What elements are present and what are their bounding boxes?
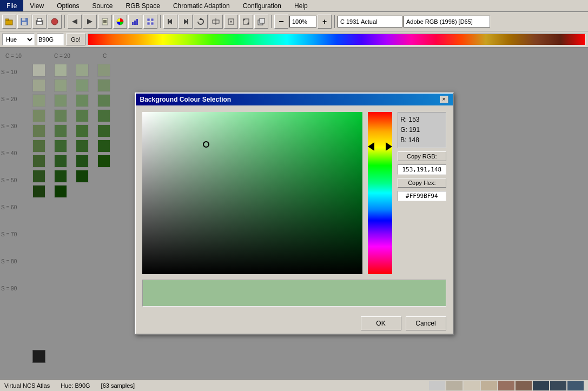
g-value: G: 191 [400, 125, 443, 135]
menu-configuration[interactable]: Configuration [236, 0, 288, 11]
chart-icon [131, 18, 139, 25]
print-button[interactable] [32, 15, 47, 29]
refresh-button[interactable] [194, 15, 208, 29]
status-swatch-6[interactable] [516, 381, 532, 390]
status-swatches [429, 381, 584, 390]
resize-button[interactable] [209, 15, 223, 29]
arrow-right-icon [386, 142, 392, 151]
ok-button[interactable]: OK [361, 316, 401, 330]
r-value: R: 153 [400, 115, 443, 125]
grid-button[interactable] [143, 15, 157, 29]
separator-3 [271, 15, 272, 28]
color-picker-row: R: 153 G: 191 B: 148 Copy RGB: 153,191,1… [142, 112, 446, 274]
rainbow-strip[interactable] [368, 112, 393, 274]
export-button[interactable] [48, 15, 62, 29]
color-gradient[interactable] [142, 112, 362, 274]
color-mode-dropdown[interactable]: C 1931 Actual [338, 16, 402, 28]
status-swatch-2[interactable] [446, 381, 463, 390]
status-swatch-7[interactable] [533, 381, 549, 390]
chart-button[interactable] [128, 15, 142, 29]
menu-view[interactable]: View [23, 0, 50, 11]
fit-button[interactable] [224, 15, 238, 29]
menu-help[interactable]: Help [288, 0, 314, 11]
svg-rect-7 [37, 22, 42, 24]
hue-label: Hue: B90G [61, 382, 90, 389]
cancel-button[interactable]: Cancel [406, 316, 446, 330]
nav-back-button[interactable] [68, 15, 82, 29]
status-swatch-9[interactable] [567, 381, 584, 390]
fullscreen-icon [242, 18, 250, 25]
save-button[interactable] [17, 15, 31, 29]
copy-rgb-button[interactable]: Copy RGB: [398, 151, 446, 161]
rgb-value-display: 153,191,148 [398, 164, 446, 175]
rainbow-arrow [368, 142, 393, 151]
print-icon [36, 18, 43, 25]
hue-value-input[interactable] [37, 34, 64, 45]
atlas-label: Virtual NCS Atlas [4, 382, 50, 389]
rgb-values: R: 153 G: 191 B: 148 [398, 112, 446, 149]
next-button[interactable] [179, 15, 193, 29]
info-button[interactable] [98, 15, 112, 29]
menu-source[interactable]: Source [86, 0, 120, 11]
svg-rect-19 [147, 18, 150, 21]
secondary-toolbar: Hue Go! [0, 31, 588, 48]
svg-marker-9 [72, 19, 77, 24]
nav-forward-button[interactable] [83, 15, 97, 29]
gradient-cursor [203, 141, 209, 148]
menu-rgb-space[interactable]: RGB Space [120, 0, 167, 11]
zoom-level-display: 100% [289, 16, 316, 28]
zoom-in-button[interactable]: + [318, 15, 332, 29]
go-button[interactable]: Go! [66, 34, 85, 45]
svg-marker-25 [184, 19, 188, 24]
samples-label: [63 samples] [101, 382, 135, 389]
info-icon [101, 18, 109, 25]
svg-rect-16 [132, 22, 134, 25]
status-swatch-4[interactable] [481, 381, 497, 390]
dialog-close-button[interactable]: × [440, 96, 448, 103]
save-icon [21, 18, 28, 25]
svg-rect-37 [260, 18, 265, 23]
svg-rect-1 [5, 19, 9, 21]
status-swatch-5[interactable] [498, 381, 514, 390]
copy-button[interactable] [254, 15, 268, 29]
grid-icon [147, 18, 154, 25]
folder-icon [5, 18, 13, 25]
copy-icon [257, 18, 265, 25]
status-swatch-8[interactable] [550, 381, 566, 390]
zoom-out-button[interactable]: − [274, 15, 288, 29]
separator-4 [334, 15, 335, 28]
color-preview [142, 280, 446, 307]
separator-2 [160, 15, 161, 28]
menu-options[interactable]: Options [50, 0, 85, 11]
menu-chromatic[interactable]: Chromatic Adaption [167, 0, 236, 11]
svg-marker-34 [243, 19, 246, 21]
menu-file[interactable]: File [0, 0, 23, 11]
color-wheel-icon [116, 18, 124, 25]
separator-1 [64, 15, 65, 28]
open-button[interactable] [2, 15, 16, 29]
next-icon [182, 18, 189, 25]
svg-rect-4 [22, 22, 27, 25]
svg-rect-22 [151, 22, 154, 25]
menu-bar: File View Options Source RGB Space Chrom… [0, 0, 588, 12]
color-space-dropdown[interactable]: Adobe RGB (1998) [D65] [404, 16, 490, 28]
svg-rect-20 [151, 18, 154, 21]
dialog-titlebar: Background Colour Selection × [136, 94, 453, 105]
refresh-icon [197, 18, 204, 25]
fullscreen-button[interactable] [239, 15, 253, 29]
svg-point-8 [51, 18, 58, 25]
color-wheel-button[interactable] [113, 15, 127, 29]
status-bar: Virtual NCS Atlas Hue: B90G [63 samples] [0, 379, 588, 391]
prev-icon [167, 18, 174, 25]
copy-hex-button[interactable]: Copy Hex: [398, 178, 446, 188]
hue-type-select[interactable]: Hue [2, 34, 35, 45]
prev-button[interactable] [163, 15, 177, 29]
status-swatch-3[interactable] [464, 381, 480, 390]
svg-rect-21 [147, 22, 150, 25]
hex-value-display: #FF99BF94 [398, 191, 446, 201]
dialog-buttons: OK Cancel [136, 313, 453, 334]
arrow-left-icon [71, 18, 78, 25]
status-swatch-1[interactable] [429, 381, 445, 390]
color-selection-dialog: Background Colour Selection × [135, 92, 454, 335]
hue-strip[interactable] [88, 34, 586, 45]
